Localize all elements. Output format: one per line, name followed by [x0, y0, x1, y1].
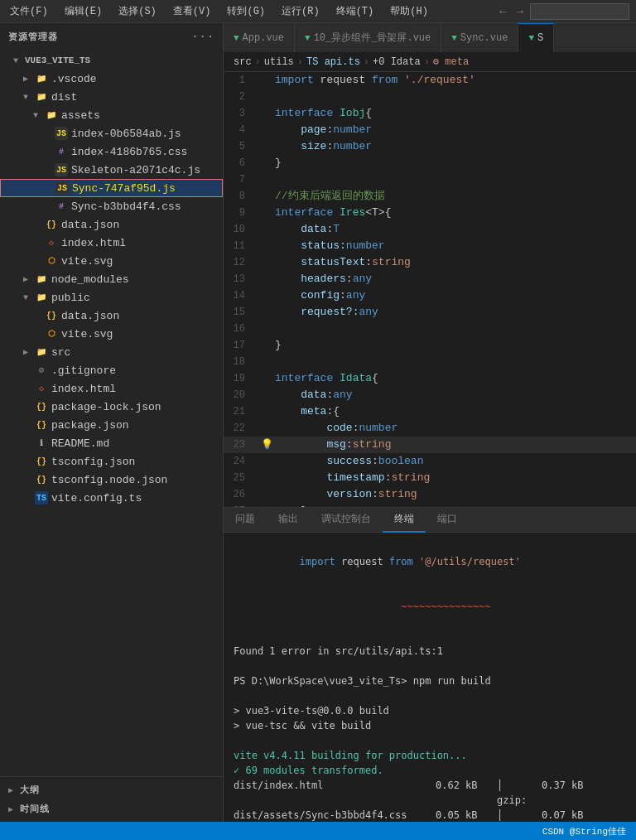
vue-icon: ▼: [451, 33, 457, 43]
chevron-right-icon: ▶: [23, 274, 35, 284]
sidebar-item-node-modules[interactable]: ▶ 📁 node_modules: [0, 270, 223, 288]
code-line-18: 18: [224, 354, 636, 370]
tab-problems[interactable]: 问题: [224, 508, 267, 533]
item-label: Skeleton-a2071c4c.js: [71, 164, 200, 176]
sidebar-item-sync-css[interactable]: # Sync-b3bbd4f4.css: [0, 197, 223, 215]
sidebar-item-dist[interactable]: ▼ 📁 dist: [0, 88, 223, 106]
code-line-16: 16: [224, 321, 636, 337]
svg-icon: ⬡: [45, 254, 58, 268]
sidebar-item-index-html[interactable]: ◇ index.html: [0, 234, 223, 252]
terminal-line-vite: vite v4.4.11 building for production...: [234, 748, 626, 763]
code-line-6: 6 }: [224, 155, 636, 171]
menu-item-help[interactable]: 帮助(H): [387, 2, 431, 20]
sidebar: 资源管理器 ··· ▼ VUE3_VITE_TS ▶ 📁 .vscode ▼ 📁…: [0, 23, 224, 822]
code-line-4: 4 page:number: [224, 122, 636, 138]
json-icon: {}: [35, 455, 48, 468]
item-label: data.json: [61, 310, 119, 322]
sidebar-item-index-js[interactable]: JS index-0b6584ab.js: [0, 124, 223, 142]
sidebar-item-readme[interactable]: ℹ README.md: [0, 434, 223, 452]
root-label: VUE3_VITE_TS: [25, 56, 90, 65]
js-icon: JS: [55, 127, 68, 140]
sidebar-item-src[interactable]: ▶ 📁 src: [0, 343, 223, 361]
menu-item-edit[interactable]: 编辑(E): [61, 2, 106, 20]
code-line-12: 12 statusText:string: [224, 254, 636, 271]
tab-sync-vue[interactable]: ▼ Sync.vue: [441, 23, 518, 52]
chevron-down-icon: ▼: [33, 111, 45, 120]
sidebar-item-package-json[interactable]: {} package.json: [0, 416, 223, 434]
item-label: vite.svg: [61, 328, 113, 340]
sidebar-item-package-lock[interactable]: {} package-lock.json: [0, 398, 223, 416]
terminal-content[interactable]: import request from '@/utils/request' ~~…: [224, 533, 636, 822]
terminal-prompt: PS D:\WorkSpace\vue3_vite_Ts> npm run bu…: [234, 673, 626, 688]
folder-icon: 📁: [45, 109, 58, 122]
tab-output[interactable]: 输出: [267, 508, 310, 533]
sidebar-item-vscode[interactable]: ▶ 📁 .vscode: [0, 70, 223, 88]
tab-async-vue[interactable]: ▼ 10_异步组件_骨架屏.vue: [295, 23, 441, 52]
sidebar-tree[interactable]: ▼ VUE3_VITE_TS ▶ 📁 .vscode ▼ 📁 dist ▼ 📁 …: [0, 50, 223, 776]
item-label: index.html: [51, 383, 116, 395]
menu-item-view[interactable]: 查看(V): [170, 2, 214, 20]
css-icon: #: [55, 200, 68, 213]
chevron-down-icon: ▼: [23, 93, 35, 102]
breadcrumb-apits: TS api.ts: [306, 56, 360, 68]
code-line-10: 10 data:T: [224, 221, 636, 238]
code-line-9: 9 interface Ires<T>{: [224, 205, 636, 221]
breadcrumb: src › utils › TS api.ts › +0 Idata › ⚙ m…: [224, 52, 636, 72]
sidebar-item-data-json[interactable]: {} data.json: [0, 215, 223, 234]
sidebar-item-gitignore[interactable]: ⊘ .gitignore: [0, 361, 223, 379]
sidebar-item-root-index-html[interactable]: ◇ index.html: [0, 379, 223, 398]
sidebar-item-tsconfig[interactable]: {} tsconfig.json: [0, 452, 223, 471]
sidebar-item-index-css[interactable]: # index-4186b765.css: [0, 142, 223, 161]
breadcrumb-utils: utils: [264, 56, 294, 68]
item-label: package.json: [51, 419, 129, 432]
tab-debug-console[interactable]: 调试控制台: [310, 508, 383, 533]
tab-app-vue[interactable]: ▼ App.vue: [224, 23, 295, 52]
sidebar-menu-icon[interactable]: ···: [191, 30, 214, 43]
menu-item-terminal[interactable]: 终端(T): [333, 2, 378, 20]
sidebar-item-public[interactable]: ▼ 📁 public: [0, 288, 223, 307]
folder-icon: 📁: [35, 90, 48, 104]
item-label: .vscode: [51, 73, 97, 85]
sidebar-item-vite-svg[interactable]: ⬡ vite.svg: [0, 252, 223, 270]
menu-item-select[interactable]: 选择(S): [115, 2, 160, 20]
item-label: tsconfig.json: [51, 456, 135, 468]
tab-ports[interactable]: 端口: [426, 508, 469, 533]
menu-item-run[interactable]: 运行(R): [278, 2, 323, 20]
sidebar-item-public-data-json[interactable]: {} data.json: [0, 307, 223, 325]
html-icon: ◇: [45, 236, 58, 249]
tab-s[interactable]: ▼ S: [518, 23, 554, 52]
chevron-down-icon: ▼: [23, 293, 35, 302]
sidebar-title: 资源管理器: [8, 31, 57, 43]
sidebar-item-root[interactable]: ▼ VUE3_VITE_TS: [0, 51, 223, 70]
item-label: Sync-747af95d.js: [72, 182, 176, 195]
code-line-5: 5 size:number: [224, 138, 636, 155]
menu-bar: 文件(F) 编辑(E) 选择(S) 查看(V) 转到(G) 运行(R) 终端(T…: [0, 0, 636, 23]
code-line-23: 23 💡 msg:string: [224, 437, 636, 453]
ts-icon: TS: [35, 491, 48, 504]
tab-label: Sync.vue: [460, 32, 508, 44]
sidebar-item-tsconfig-node[interactable]: {} tsconfig.node.json: [0, 471, 223, 489]
nav-forward-icon[interactable]: →: [513, 3, 527, 20]
terminal-line-error: Found 1 error in src/utils/api.ts:1: [234, 644, 626, 659]
code-line-19: 19 interface Idata{: [224, 370, 636, 387]
code-line-21: 21 meta:{: [224, 403, 636, 420]
sidebar-item-assets[interactable]: ▼ 📁 assets: [0, 106, 223, 124]
menu-item-file[interactable]: 文件(F): [7, 2, 51, 20]
json-icon: {}: [35, 418, 48, 432]
tab-terminal[interactable]: 终端: [383, 508, 426, 533]
sidebar-item-sync-js[interactable]: JS Sync-747af95d.js: [0, 179, 223, 197]
item-label: index-0b6584ab.js: [71, 128, 181, 140]
sidebar-section-timeline[interactable]: ▶ 时间线: [0, 799, 223, 818]
sidebar-item-skeleton-js[interactable]: JS Skeleton-a2071c4c.js: [0, 161, 223, 179]
code-editor[interactable]: 1 import request from './request' 2 3 in…: [224, 72, 636, 507]
menu-item-goto[interactable]: 转到(G): [224, 2, 268, 20]
sidebar-section-outline[interactable]: ▶ 大纲: [0, 780, 223, 799]
json-icon: {}: [35, 400, 48, 413]
search-input[interactable]: [530, 3, 629, 20]
folder-icon: 📁: [35, 291, 48, 304]
sidebar-item-public-vite-svg[interactable]: ⬡ vite.svg: [0, 325, 223, 343]
sidebar-item-vite-config[interactable]: TS vite.config.ts: [0, 489, 223, 507]
md-icon: ℹ: [35, 437, 48, 450]
sidebar-bottom: ▶ 大纲 ▶ 时间线: [0, 776, 223, 822]
nav-back-icon[interactable]: ←: [496, 3, 509, 20]
